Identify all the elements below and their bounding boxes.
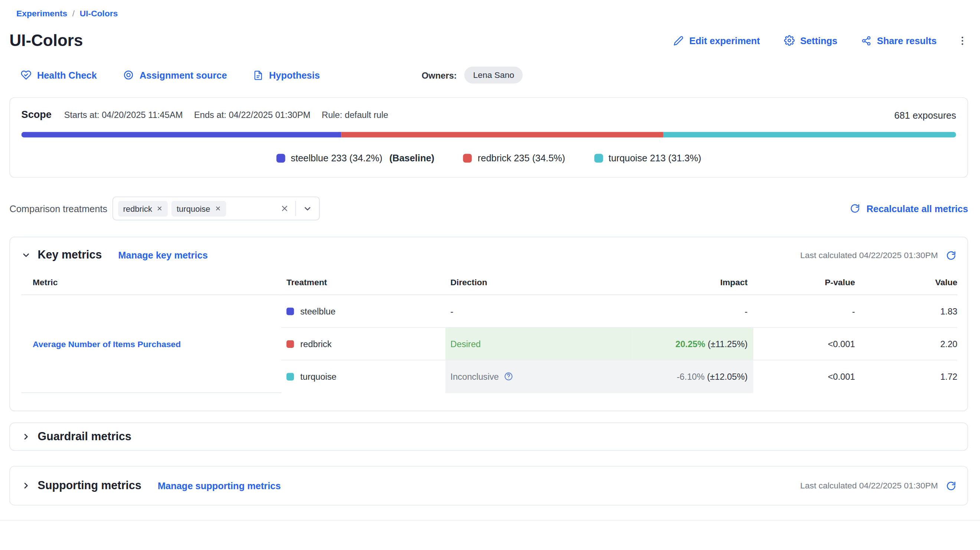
breadcrumb: Experiments / UI-Colors <box>0 0 980 18</box>
chip-label: redbrick <box>123 204 152 213</box>
breadcrumb-current-link[interactable]: UI-Colors <box>80 9 118 18</box>
treatment-name: turquoise <box>300 372 337 382</box>
column-header-direction: Direction <box>445 272 632 295</box>
key-metrics-header: Key metrics Manage key metrics Last calc… <box>22 249 956 262</box>
key-metrics-title: Key metrics <box>38 249 102 262</box>
breadcrumb-experiments-link[interactable]: Experiments <box>16 9 67 18</box>
collapse-chevron-down-icon[interactable] <box>22 250 31 260</box>
key-metrics-card: Key metrics Manage key metrics Last calc… <box>9 237 968 411</box>
p-value-cell: - <box>753 295 861 328</box>
direction-cell: - <box>445 295 632 328</box>
help-circle-icon[interactable] <box>504 372 513 381</box>
redbrick-swatch <box>463 154 472 162</box>
treatment-name: redbrick <box>300 339 331 349</box>
legend-item-redbrick: redbrick 235 (34.5%) <box>463 152 565 163</box>
impact-value: - <box>745 306 748 316</box>
manage-key-metrics-link[interactable]: Manage key metrics <box>118 250 207 261</box>
key-metrics-table: Metric Treatment Direction Impact P-valu… <box>22 272 958 393</box>
treatment-color-swatch <box>286 340 294 347</box>
chip-turquoise[interactable]: turquoise <box>172 201 226 216</box>
column-header-treatment: Treatment <box>281 272 445 295</box>
heart-check-icon <box>21 70 32 81</box>
assignment-source-label: Assignment source <box>140 70 227 81</box>
comparison-treatments-select[interactable]: redbrick turquoise <box>113 197 320 220</box>
clear-selection-icon[interactable] <box>274 204 295 213</box>
title-bar: UI-Colors Edit experiment Settings <box>9 31 968 50</box>
settings-button[interactable]: Settings <box>784 35 837 46</box>
direction-value: Inconclusive <box>450 372 499 382</box>
header-actions: Edit experiment Settings Share results <box>673 35 968 46</box>
bar-segment-redbrick <box>341 132 663 138</box>
legend-item-steelblue: steelblue 233 (34.2%) (Baseline) <box>277 152 434 163</box>
table-header-row: Metric Treatment Direction Impact P-valu… <box>22 272 958 295</box>
legend-label: redbrick 235 (34.5%) <box>477 152 565 163</box>
share-results-label: Share results <box>877 35 937 46</box>
assignment-source-link[interactable]: Assignment source <box>123 70 227 81</box>
scope-header: Scope Starts at: 04/20/2025 11:45AM Ends… <box>22 109 956 120</box>
chip-remove-icon[interactable] <box>215 206 221 212</box>
refresh-icon[interactable] <box>946 250 956 260</box>
impact-cell: - <box>632 295 753 328</box>
health-check-link[interactable]: Health Check <box>21 70 97 81</box>
comparison-row: Comparison treatments redbrick turquoise <box>9 197 968 220</box>
value-cell: 2.20 <box>861 328 958 360</box>
refresh-icon[interactable] <box>946 481 956 491</box>
chevron-right-icon[interactable] <box>22 481 31 490</box>
chip-remove-icon[interactable] <box>157 206 163 212</box>
impact-confidence-interval: (±11.25%) <box>708 339 747 349</box>
guardrail-metrics-card[interactable]: Guardrail metrics <box>9 422 968 451</box>
experiment-page: Experiments / UI-Colors UI-Colors Edit e… <box>0 0 980 550</box>
metric-name-cell: Average Number of Items Purchased <box>22 295 282 393</box>
scope-ends-at: Ends at: 04/22/2025 01:30PM <box>194 110 310 120</box>
supporting-metrics-title: Supporting metrics <box>38 479 142 493</box>
page-title: UI-Colors <box>9 31 83 50</box>
p-value-cell: <0.001 <box>753 360 861 393</box>
breadcrumb-separator: / <box>72 9 75 18</box>
pencil-icon <box>673 36 684 46</box>
guardrail-metrics-title: Guardrail metrics <box>38 430 131 444</box>
p-value-cell: <0.001 <box>753 328 861 360</box>
direction-value: - <box>450 306 453 316</box>
chip-redbrick[interactable]: redbrick <box>118 201 168 216</box>
edit-experiment-button[interactable]: Edit experiment <box>673 35 760 46</box>
supporting-metrics-card: Supporting metrics Manage supporting met… <box>9 466 968 506</box>
page: Experiments / UI-Colors UI-Colors Edit e… <box>0 0 980 550</box>
section-divider <box>0 520 980 521</box>
edit-experiment-label: Edit experiment <box>689 35 760 46</box>
manage-supporting-metrics-link[interactable]: Manage supporting metrics <box>158 480 281 491</box>
owner-badge: Lena Sano <box>464 67 523 84</box>
last-calculated-text: Last calculated 04/22/2025 01:30PM <box>800 250 938 260</box>
direction-cell: Inconclusive <box>445 360 632 393</box>
variation-legend: steelblue 233 (34.2%) (Baseline) redbric… <box>22 152 956 163</box>
share-icon <box>861 36 871 46</box>
exposures-count: 681 exposures <box>894 109 956 120</box>
column-header-value: Value <box>861 272 958 295</box>
chevron-down-icon[interactable] <box>296 204 319 213</box>
impact-value: -6.10% <box>677 372 705 382</box>
hypothesis-label: Hypothesis <box>269 70 320 81</box>
recalculate-all-metrics-button[interactable]: Recalculate all metrics <box>850 203 968 214</box>
subnav: Health Check Assignment source Hypothesi… <box>21 67 968 84</box>
turquoise-swatch <box>594 154 603 162</box>
metric-link[interactable]: Average Number of Items Purchased <box>33 339 181 349</box>
steelblue-swatch <box>277 154 285 162</box>
chip-label: turquoise <box>177 204 210 213</box>
impact-confidence-interval: (±12.05%) <box>707 372 747 382</box>
chevron-right-icon[interactable] <box>22 432 31 441</box>
owners: Owners: Lena Sano <box>422 67 523 84</box>
baseline-tag: (Baseline) <box>389 152 434 163</box>
scope-starts-at: Starts at: 04/20/2025 11:45AM <box>64 110 183 120</box>
variation-distribution-bar <box>22 132 956 138</box>
value-cell: 1.72 <box>861 360 958 393</box>
scope-rule: Rule: default rule <box>322 110 388 120</box>
refresh-icon <box>850 204 860 214</box>
impact-cell: -6.10% (±12.05%) <box>632 360 753 393</box>
last-calculated: Last calculated 04/22/2025 01:30PM <box>800 250 956 260</box>
share-results-button[interactable]: Share results <box>861 35 937 46</box>
hypothesis-link[interactable]: Hypothesis <box>253 70 320 81</box>
treatment-cell: steelblue <box>281 295 445 328</box>
column-header-impact: Impact <box>632 272 753 295</box>
impact-value: 20.25% <box>675 339 705 349</box>
treatment-name: steelblue <box>300 306 336 316</box>
kebab-menu-icon[interactable] <box>957 35 968 46</box>
